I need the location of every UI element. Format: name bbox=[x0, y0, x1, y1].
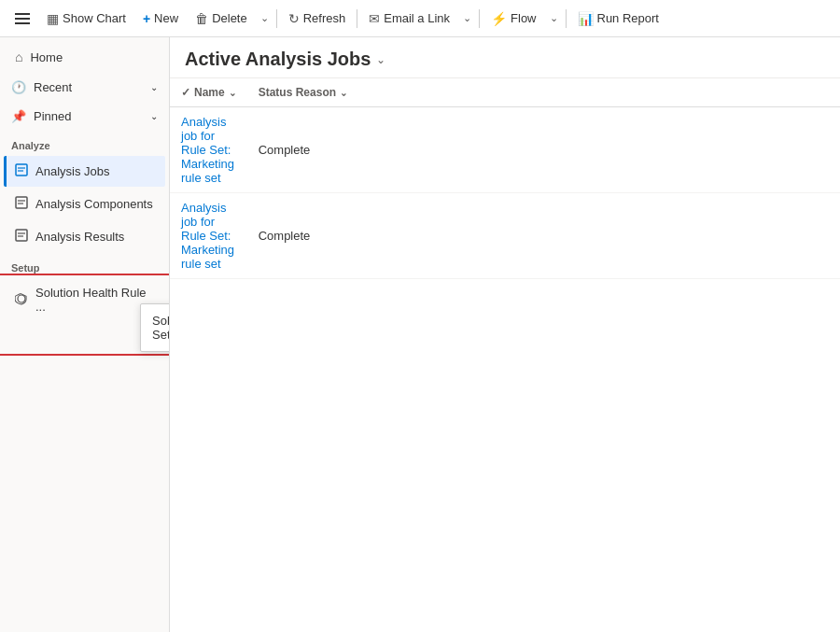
table-cell-name[interactable]: Analysis job for Rule Set: Marketing rul… bbox=[170, 193, 247, 279]
recent-icon: 🕐 bbox=[11, 80, 26, 94]
content-area: Active Analysis Jobs ⌄ ✓ Name ⌄ bbox=[170, 37, 840, 632]
pin-icon: 📌 bbox=[11, 109, 26, 123]
svg-rect-3 bbox=[16, 197, 27, 208]
setup-section-label: Setup bbox=[0, 253, 169, 277]
page-header: Active Analysis Jobs ⌄ bbox=[170, 37, 840, 78]
email-chevron[interactable]: ⌄ bbox=[459, 8, 475, 28]
sidebar-item-analysis-jobs[interactable]: Analysis Jobs bbox=[4, 156, 165, 187]
plus-icon: + bbox=[143, 11, 150, 26]
flow-chevron[interactable]: ⌄ bbox=[546, 8, 562, 28]
analysis-components-icon bbox=[15, 196, 28, 212]
table-cell-name[interactable]: Analysis job for Rule Set: Marketing rul… bbox=[170, 107, 247, 193]
run-report-button[interactable]: 📊 Run Report bbox=[570, 7, 666, 30]
solution-health-container: Solution Health Rule ... Solution Health… bbox=[0, 277, 169, 322]
analysis-job-link[interactable]: Analysis job for Rule Set: Marketing rul… bbox=[181, 115, 234, 185]
col-check: ✓ Name ⌄ bbox=[170, 78, 247, 107]
chart-icon: ▦ bbox=[47, 11, 59, 26]
table-container: ✓ Name ⌄ Status Reason ⌄ bbox=[170, 78, 840, 632]
recent-chevron: ⌄ bbox=[150, 82, 158, 92]
home-icon: ⌂ bbox=[15, 49, 22, 64]
svg-rect-0 bbox=[16, 164, 27, 176]
analysis-job-link[interactable]: Analysis job for Rule Set: Marketing rul… bbox=[181, 201, 234, 271]
solution-health-rule-sets-item[interactable]: Solution Health Rule Sets bbox=[141, 308, 170, 347]
table-row: Analysis job for Rule Set: Marketing rul… bbox=[170, 107, 840, 193]
sidebar: ⌂ Home 🕐 Recent ⌄ 📌 Pinned ⌄ Analyze bbox=[0, 37, 170, 632]
table-row: Analysis job for Rule Set: Marketing rul… bbox=[170, 193, 840, 279]
toolbar-separator-3 bbox=[479, 9, 480, 28]
table-body: Analysis job for Rule Set: Marketing rul… bbox=[170, 107, 840, 279]
email-icon: ✉ bbox=[369, 11, 380, 26]
table-cell-status: Complete bbox=[247, 193, 840, 279]
delete-icon: 🗑 bbox=[195, 11, 208, 26]
svg-rect-6 bbox=[16, 230, 27, 241]
col-status: Status Reason ⌄ bbox=[247, 78, 840, 107]
sidebar-item-home[interactable]: ⌂ Home bbox=[4, 42, 165, 72]
analysis-jobs-icon bbox=[15, 163, 28, 179]
report-icon: 📊 bbox=[578, 11, 594, 26]
svg-point-9 bbox=[18, 295, 25, 302]
analysis-results-icon bbox=[15, 229, 28, 245]
table-cell-status: Complete bbox=[247, 107, 840, 193]
refresh-button[interactable]: ↻ Refresh bbox=[281, 7, 354, 30]
toolbar-separator-4 bbox=[566, 9, 567, 28]
hamburger-menu[interactable] bbox=[7, 6, 37, 32]
name-col-header[interactable]: Name bbox=[194, 86, 225, 99]
name-col-chevron[interactable]: ⌄ bbox=[229, 88, 236, 98]
new-button[interactable]: + New bbox=[135, 7, 186, 30]
check-mark: ✓ bbox=[181, 86, 190, 99]
toolbar-separator-2 bbox=[357, 9, 357, 28]
sidebar-item-analysis-components[interactable]: Analysis Components bbox=[4, 189, 165, 219]
main-layout: ⌂ Home 🕐 Recent ⌄ 📌 Pinned ⌄ Analyze bbox=[0, 37, 840, 632]
sidebar-item-recent[interactable]: 🕐 Recent ⌄ bbox=[0, 73, 169, 102]
sidebar-item-analysis-results[interactable]: Analysis Results bbox=[4, 221, 165, 252]
toolbar: ▦ Show Chart + New 🗑 Delete ⌄ ↻ Refresh … bbox=[0, 0, 840, 37]
delete-button[interactable]: 🗑 Delete bbox=[188, 7, 255, 30]
flow-button[interactable]: ⚡ Flow bbox=[483, 7, 543, 30]
flow-icon: ⚡ bbox=[491, 11, 507, 26]
pinned-chevron: ⌄ bbox=[150, 111, 158, 121]
status-col-chevron[interactable]: ⌄ bbox=[340, 88, 347, 98]
page-title-chevron[interactable]: ⌄ bbox=[376, 53, 385, 66]
show-chart-button[interactable]: ▦ Show Chart bbox=[39, 7, 133, 30]
email-link-button[interactable]: ✉ Email a Link bbox=[361, 7, 457, 30]
refresh-icon: ↻ bbox=[288, 11, 300, 26]
analyze-section-label: Analyze bbox=[0, 131, 169, 155]
toolbar-more-chevron[interactable]: ⌄ bbox=[257, 8, 273, 28]
table-header-row: ✓ Name ⌄ Status Reason ⌄ bbox=[170, 78, 840, 107]
solution-health-dropdown: Solution Health Rule Sets bbox=[140, 303, 170, 352]
analysis-jobs-table: ✓ Name ⌄ Status Reason ⌄ bbox=[170, 78, 840, 279]
sidebar-item-pinned[interactable]: 📌 Pinned ⌄ bbox=[0, 102, 169, 131]
status-col-header[interactable]: Status Reason bbox=[259, 86, 336, 99]
solution-health-icon bbox=[15, 292, 28, 308]
page-title: Active Analysis Jobs bbox=[185, 49, 371, 70]
toolbar-separator-1 bbox=[276, 9, 277, 28]
